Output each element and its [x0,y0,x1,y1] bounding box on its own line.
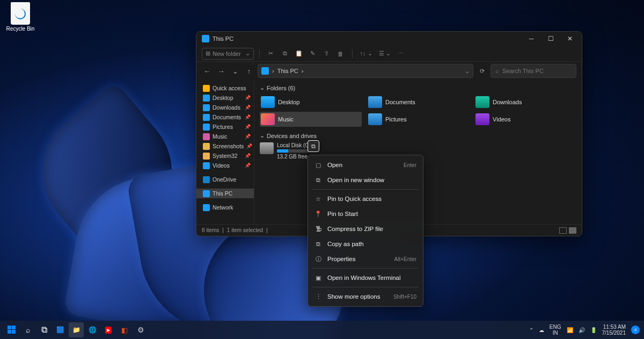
back-button[interactable]: ← [202,66,213,76]
folder-icon [261,113,275,125]
pin-icon: 📌 [245,114,251,120]
svg-rect-0 [8,326,11,329]
ctx-more-options[interactable]: ⋮Show more optionsShift+F10 [308,289,423,304]
folder-desktop[interactable]: Desktop [260,95,362,110]
sidebar-item-pictures[interactable]: Pictures📌 [196,122,254,132]
office-icon: ◧ [121,326,128,334]
new-folder-icon: ⊞ [206,50,210,57]
refresh-button[interactable]: ⟳ [477,68,487,75]
ctx-copy-path[interactable]: ⧉Copy as path [308,236,423,251]
folder-icon: 📁 [72,326,80,334]
folder-icon [261,96,275,108]
folder-videos[interactable]: Videos [474,112,576,127]
folder-icon [368,96,382,108]
pin-icon: 📌 [245,163,251,168]
copy-button[interactable]: ⧉ [279,48,291,60]
folder-pictures[interactable]: Pictures [367,112,469,127]
explorer-taskbar-button[interactable]: 📁 [69,322,84,337]
ctx-open-new-window[interactable]: ⧉Open in new window [308,172,423,187]
ctx-pin-start[interactable]: 📍Pin to Start [308,206,423,221]
sidebar-item-downloads[interactable]: Downloads📌 [196,103,254,112]
more-button[interactable]: ⋯ [395,48,407,60]
widgets-button[interactable]: 🟦 [53,322,68,337]
battery-icon[interactable]: 🔋 [590,327,597,333]
sidebar-item-system32[interactable]: System32📌 [196,151,254,161]
view-details-button[interactable] [559,227,567,234]
youtube-taskbar-button[interactable]: ▶ [101,322,116,337]
folder-icon [203,133,210,140]
taskbar: ⌕ ⧉ 🟦 📁 🌐 ▶ ◧ ⚙ ⌃ ☁ ENGIN 📶 🔊 🔋 11:53 AM… [0,321,644,339]
cut-button[interactable]: ✂ [265,48,277,60]
folder-downloads[interactable]: Downloads [474,95,576,110]
sidebar-network[interactable]: Network [196,203,254,212]
breadcrumb-chevron: › [302,68,304,74]
search-input[interactable]: ⌕ Search This PC [491,64,576,78]
mini-action-bar[interactable]: ⧉ [308,140,319,152]
up-button[interactable]: ↑ [244,66,254,76]
tray-chevron[interactable]: ⌃ [529,327,533,333]
ctx-terminal[interactable]: ▣Open in Windows Terminal [308,270,423,285]
paste-button[interactable]: 📋 [293,48,305,60]
share-button[interactable]: ⇪ [321,48,333,60]
titlebar[interactable]: This PC ─ ☐ ✕ [196,32,582,46]
recycle-bin-label: Recycle Bin [4,26,36,32]
onedrive-tray-icon[interactable]: ☁ [539,327,544,333]
drives-header[interactable]: ⌄Devices and drives [260,132,576,139]
view-large-button[interactable] [569,227,576,234]
edge-taskbar-button[interactable]: 🌐 [85,322,100,337]
ctx-compress-zip[interactable]: 🗜Compress to ZIP file [308,221,423,236]
sidebar: Quick access Desktop📌 Downloads📌 Documen… [196,80,254,224]
sidebar-this-pc[interactable]: This PC [196,189,254,198]
ctx-pin-quick-access[interactable]: ☆Pin to Quick access [308,191,423,206]
dropdown-icon[interactable]: ⌄ [465,68,470,75]
volume-icon[interactable]: 🔊 [579,327,585,333]
clock[interactable]: 11:53 AM7/15/2021 [602,324,626,336]
close-button[interactable]: ✕ [560,32,580,46]
search-button[interactable]: ⌕ [20,322,35,337]
breadcrumb[interactable]: This PC [277,68,298,74]
window-icon: ⧉ [314,176,322,184]
sidebar-item-screenshots[interactable]: Screenshots📌 [196,141,254,151]
folder-music[interactable]: Music [260,112,362,127]
pc-icon [203,190,210,197]
sidebar-item-desktop[interactable]: Desktop📌 [196,93,254,103]
nav-row: ← → ⌄ ↑ › This PC › ⌄ ⟳ ⌕ Search This PC [196,62,582,80]
task-view-button[interactable]: ⧉ [36,322,52,337]
sidebar-item-music[interactable]: Music📌 [196,132,254,141]
maximize-button[interactable]: ☐ [541,32,560,46]
trash-icon [11,2,30,25]
ctx-open[interactable]: ▢OpenEnter [308,157,423,172]
notifications-button[interactable]: 4 [631,326,640,334]
svg-rect-2 [8,330,11,334]
folders-header[interactable]: ⌄Folders (6) [260,84,576,91]
office-taskbar-button[interactable]: ◧ [117,322,132,337]
folder-documents[interactable]: Documents [367,95,469,110]
sidebar-item-videos[interactable]: Videos📌 [196,161,254,170]
window-title: This PC [213,35,233,42]
address-bar[interactable]: › This PC › ⌄ [258,64,473,78]
folder-icon [203,153,210,160]
zip-icon: 🗜 [314,225,322,233]
pin-icon: 📍 [314,210,322,218]
start-button[interactable] [4,322,19,337]
sidebar-quick-access[interactable]: Quick access [196,83,254,93]
recent-button[interactable]: ⌄ [230,66,240,76]
sidebar-item-documents[interactable]: Documents📌 [196,112,254,122]
recycle-bin-icon[interactable]: Recycle Bin [4,2,36,32]
settings-taskbar-button[interactable]: ⚙ [133,322,148,337]
language-indicator[interactable]: ENGIN [550,324,561,336]
ctx-properties[interactable]: ⓘPropertiesAlt+Enter [308,251,423,266]
wifi-icon[interactable]: 📶 [567,327,573,333]
status-selected: 1 item selected [227,227,263,233]
forward-button[interactable]: → [216,66,226,76]
view-button[interactable]: ☰ ⌄ [377,48,393,60]
gear-icon: ⚙ [137,326,144,334]
new-folder-button[interactable]: ⊞ New folder ⌄ [202,48,254,60]
sort-button[interactable]: ↑↓ ⌄ [358,48,375,60]
delete-button[interactable]: 🗑 [335,48,347,60]
star-icon [203,85,210,92]
rename-button[interactable]: ✎ [307,48,319,60]
more-icon: ⋮ [314,293,322,300]
minimize-button[interactable]: ─ [522,32,541,46]
sidebar-onedrive[interactable]: OneDrive [196,175,254,184]
